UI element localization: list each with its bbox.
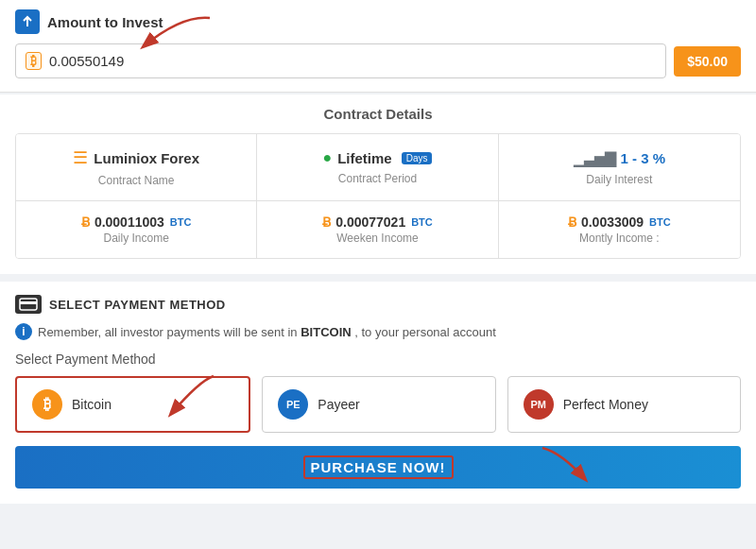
contract-cell-name: ☰ Luminiox Forex Contract Name	[16, 134, 257, 201]
bar-chart-icon: ▁▃▅▇	[574, 149, 615, 167]
info-icon: i	[15, 323, 32, 340]
contract-period-label: Contract Period	[338, 172, 417, 185]
contract-interest-value: 1 - 3 %	[621, 150, 666, 166]
purchase-btn-text: PURCHASE NOW!	[303, 455, 454, 479]
perfect-money-label: Perfect Money	[563, 397, 648, 412]
weekend-income-row: Ƀ 0.00077021 BTC	[322, 214, 433, 230]
contract-cell-weekend: Ƀ 0.00077021 BTC Weeken Income	[257, 201, 498, 258]
amount-section: Amount to Invest ₿ 0.00550149 $50.00	[0, 0, 756, 93]
contract-period-icon: ●	[323, 149, 333, 166]
contract-interest-main: ▁▃▅▇ 1 - 3 %	[574, 149, 666, 167]
monthly-income-label: Montly Income :	[579, 232, 660, 245]
amount-icon	[15, 9, 40, 34]
monthly-income-value: 0.0033009	[581, 214, 644, 230]
contract-name-value: Luminiox Forex	[94, 150, 199, 166]
payment-header-icon	[15, 295, 42, 314]
contract-period-value: Lifetime	[337, 150, 392, 166]
weekend-btc-symbol: Ƀ	[322, 214, 332, 230]
payeer-circle-icon: PE	[278, 389, 308, 420]
credit-card-icon	[19, 298, 38, 311]
contract-cell-monthly: Ƀ 0.0033009 BTC Montly Income :	[499, 201, 740, 258]
payment-methods-row: ₿ Bitcoin PE Payeer PM Perfect Money	[15, 376, 741, 433]
monthly-btc-symbol: Ƀ	[568, 214, 577, 230]
weekend-income-value: 0.00077021	[335, 214, 405, 230]
contract-name-main: ☰ Luminiox Forex	[73, 147, 199, 168]
svg-rect-2	[20, 301, 37, 304]
payment-method-bitcoin[interactable]: ₿ Bitcoin	[15, 376, 250, 433]
contract-grid: ☰ Luminiox Forex Contract Name ● Lifetim…	[15, 133, 741, 259]
contract-name-icon: ☰	[73, 147, 88, 168]
bitcoin-circle-icon: ₿	[32, 389, 62, 420]
amount-header: Amount to Invest	[15, 9, 741, 34]
contract-cell-daily: Ƀ 0.00011003 BTC Daily Income	[16, 201, 257, 258]
payment-section: SELECT PAYMENT METHOD i Remember, all in…	[0, 282, 756, 504]
perfect-money-circle-icon: PM	[524, 389, 554, 420]
weekend-income-suffix: BTC	[411, 216, 433, 228]
amount-value: 0.00550149	[49, 53, 124, 69]
payment-select-label: Select Payment Method	[15, 352, 741, 367]
payment-header: SELECT PAYMENT METHOD	[15, 295, 741, 314]
weekend-income-label: Weeken Income	[336, 232, 419, 245]
payment-method-perfect-money[interactable]: PM Perfect Money	[507, 376, 741, 433]
payeer-label: Payeer	[318, 397, 359, 412]
contract-cell-period: ● Lifetime Days Contract Period	[257, 134, 498, 201]
contract-name-label: Contract Name	[98, 174, 175, 187]
daily-income-suffix: BTC	[170, 216, 192, 228]
contract-period-main: ● Lifetime Days	[323, 149, 433, 166]
page-wrapper: Amount to Invest ₿ 0.00550149 $50.00	[0, 0, 756, 504]
btc-icon: ₿	[26, 52, 42, 70]
daily-income-label: Daily Income	[103, 232, 168, 245]
bitcoin-label: Bitcoin	[72, 397, 112, 412]
amount-input-row: ₿ 0.00550149 $50.00	[15, 43, 741, 78]
payment-notice: i Remember, all investor payments will b…	[15, 323, 741, 340]
contract-details-title: Contract Details	[15, 106, 741, 122]
amount-title: Amount to Invest	[47, 14, 163, 30]
contract-section: Contract Details ☰ Luminiox Forex Contra…	[0, 94, 756, 274]
days-badge: Days	[402, 152, 433, 164]
daily-btc-symbol: Ƀ	[81, 214, 91, 230]
payment-method-payeer[interactable]: PE Payeer	[262, 376, 495, 433]
usd-badge: $50.00	[674, 46, 741, 77]
payment-notice-text: Remember, all investor payments will be …	[38, 325, 496, 339]
contract-interest-label: Daily Interest	[586, 173, 652, 186]
amount-input-wrapper[interactable]: ₿ 0.00550149	[15, 43, 666, 78]
monthly-income-row: Ƀ 0.0033009 BTC	[568, 214, 671, 230]
contract-cell-interest: ▁▃▅▇ 1 - 3 % Daily Interest	[499, 134, 740, 201]
payment-section-title: SELECT PAYMENT METHOD	[49, 298, 226, 312]
bitcoin-bold-text: BITCOIN	[301, 325, 351, 339]
purchase-now-button[interactable]: PURCHASE NOW!	[15, 446, 741, 489]
daily-income-value: 0.00011003	[94, 214, 164, 230]
daily-income-row: Ƀ 0.00011003 BTC	[81, 214, 192, 230]
monthly-income-suffix: BTC	[649, 216, 671, 228]
